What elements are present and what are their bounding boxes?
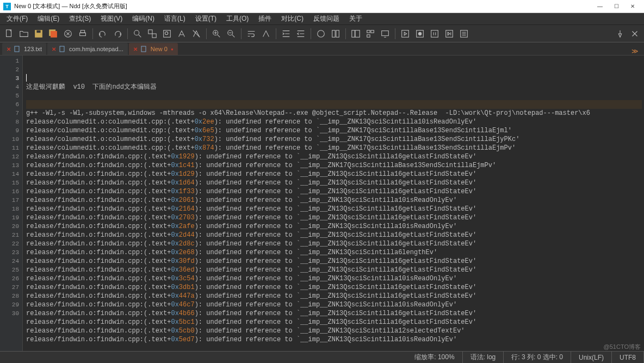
outdent-icon[interactable]	[294, 27, 308, 41]
run-icon[interactable]	[398, 27, 412, 41]
file-tree-icon[interactable]	[349, 27, 363, 41]
next-icon[interactable]	[442, 27, 456, 41]
function-list-icon[interactable]	[363, 27, 377, 41]
code-line[interactable]: release/columnedit.o:columnedit.cpp:(.te…	[26, 144, 642, 152]
print-icon[interactable]	[76, 27, 90, 41]
code-line[interactable]: release/findwin.o:findwin.cpp:(.text+0x3…	[26, 283, 642, 292]
zoom-out-icon[interactable]	[224, 27, 238, 41]
code-line[interactable]: release/findwin.o:findwin.cpp:(.text+0x2…	[26, 248, 642, 257]
code-line[interactable]: release/findwin.o:findwin.cpp:(.text+0x3…	[26, 274, 642, 283]
menu-item-8[interactable]: 插件	[254, 13, 276, 24]
code-line[interactable]: release/findwin.o:findwin.cpp:(.text+0x4…	[26, 292, 642, 300]
tab-label: 123.txt	[24, 46, 42, 52]
code-line[interactable]: release/findwin.o:findwin.cpp:(.text+0x1…	[26, 187, 642, 196]
code-line[interactable]: release/findwin.o:findwin.cpp:(.text+0x5…	[26, 318, 642, 327]
find-in-files-icon[interactable]	[160, 27, 174, 41]
code-line[interactable]: release/columnedit.o:columnedit.cpp:(.te…	[26, 135, 642, 144]
line-number: 30	[0, 309, 19, 318]
code-line[interactable]: release/findwin.o:findwin.cpp:(.text+0x4…	[26, 309, 642, 318]
word-wrap-icon[interactable]	[244, 27, 258, 41]
redo-icon[interactable]	[110, 27, 125, 41]
pin-icon[interactable]	[613, 27, 627, 41]
clear-mark-icon[interactable]	[189, 27, 203, 41]
svg-rect-17	[336, 30, 339, 37]
close-all-icon[interactable]	[628, 27, 642, 41]
code-line[interactable]: release/findwin.o:findwin.cpp:(.text+0x2…	[26, 222, 642, 231]
replace-icon[interactable]	[145, 27, 159, 41]
code-line[interactable]	[26, 91, 642, 100]
code-line[interactable]: 这是银河麒麟 v10 下面的ndd文本编辑器	[26, 83, 642, 91]
code-line[interactable]: release/findwin.o:findwin.cpp:(.text+0x4…	[26, 300, 642, 309]
menu-item-7[interactable]: 工具(O)	[222, 13, 253, 24]
menu-item-5[interactable]: 语言(L)	[160, 13, 190, 24]
svg-rect-4	[51, 31, 57, 37]
new-file-icon[interactable]	[2, 27, 16, 41]
close-button[interactable]: ✕	[624, 1, 641, 12]
code-line[interactable]: release/findwin.o:findwin.cpp:(.text+0x1…	[26, 179, 642, 187]
code-line[interactable]: release/findwin.o:findwin.cpp:(.text+0x2…	[26, 205, 642, 213]
code-line[interactable]: release/findwin.o:findwin.cpp:(.text+0x3…	[26, 257, 642, 266]
code-line[interactable]: release/findwin.o:findwin.cpp:(.text+0x3…	[26, 266, 642, 274]
status-zoom[interactable]: 缩放率: 100%	[407, 352, 462, 363]
status-encoding[interactable]: UTF8	[612, 352, 644, 363]
line-number-gutter: 1234567891011121314151617181920212223242…	[0, 56, 23, 351]
menu-item-10[interactable]: 反馈问题	[309, 13, 344, 24]
maximize-button[interactable]: ☐	[608, 1, 624, 12]
menu-item-9[interactable]: 对比(C)	[277, 13, 308, 24]
column-edit-icon[interactable]	[329, 27, 343, 41]
code-line[interactable]: release/findwin.o:findwin.cpp:(.text+0x5…	[26, 335, 642, 344]
file-tab-2[interactable]: ✕New 0●	[129, 43, 178, 55]
indent-icon[interactable]	[279, 27, 293, 41]
mark-icon[interactable]	[175, 27, 189, 41]
macros-icon[interactable]	[457, 27, 471, 41]
code-line[interactable]: g++ -Wl,-s -Wl,-subsystem,windows -mthre…	[26, 109, 642, 118]
find-icon[interactable]	[131, 27, 145, 41]
tab-label: New 0	[151, 46, 168, 52]
code-line[interactable]: release/findwin.o:findwin.cpp:(.text+0x2…	[26, 231, 642, 239]
monitor-icon[interactable]	[378, 27, 392, 41]
file-tab-1[interactable]: ✕com.hmja.notepad...	[47, 43, 128, 55]
menu-item-2[interactable]: 查找(S)	[65, 13, 95, 24]
code-line[interactable]: release/findwin.o:findwin.cpp:(.text+0x2…	[26, 213, 642, 222]
record-icon[interactable]	[413, 27, 427, 41]
status-syntax[interactable]: 语法: log	[463, 352, 504, 363]
code-line[interactable]: release/findwin.o:findwin.cpp:(.text+0x2…	[26, 196, 642, 205]
close-icon[interactable]	[61, 27, 75, 41]
svg-point-15	[318, 30, 325, 37]
file-tab-0[interactable]: ✕123.txt	[2, 43, 46, 55]
tab-overflow-icon[interactable]: ≫	[628, 47, 642, 55]
menu-item-4[interactable]: 编码(N)	[128, 13, 159, 24]
editor-area[interactable]: 1234567891011121314151617181920212223242…	[0, 56, 644, 351]
show-all-chars-icon[interactable]	[259, 27, 273, 41]
code-line[interactable]: release/columnedit.o:columnedit.cpp:(.te…	[26, 126, 642, 135]
menu-item-11[interactable]: 关于	[345, 13, 367, 24]
code-line[interactable]: release/findwin.o:findwin.cpp:(.text+0x2…	[26, 239, 642, 248]
code-line[interactable]: release/findwin.o:findwin.cpp:(.text+0x1…	[26, 161, 642, 170]
code-line[interactable]: release/findwin.o:findwin.cpp:(.text+0x5…	[26, 327, 642, 335]
save-icon[interactable]	[32, 27, 46, 41]
tab-close-icon[interactable]: ✕	[7, 46, 11, 52]
pause-icon[interactable]	[428, 27, 442, 41]
zoom-in-icon[interactable]	[209, 27, 224, 41]
menu-item-0[interactable]: 文件(F)	[2, 13, 32, 24]
tab-close-icon[interactable]: ✕	[52, 46, 56, 52]
line-number: 9	[0, 126, 19, 135]
code-line[interactable]	[26, 100, 642, 109]
status-eol[interactable]: Unix(LF)	[571, 352, 612, 363]
save-all-icon[interactable]	[46, 27, 60, 41]
line-number: 26	[0, 274, 19, 283]
line-number: 25	[0, 266, 19, 274]
code-content[interactable]: 这是银河麒麟 v10 下面的ndd文本编辑器g++ -Wl,-s -Wl,-su…	[23, 56, 644, 351]
code-line[interactable]: release/findwin.o:findwin.cpp:(.text+0x1…	[26, 152, 642, 161]
undo-icon[interactable]	[96, 27, 110, 41]
watermark-text: @51CTO博客	[604, 343, 641, 351]
open-folder-icon[interactable]	[17, 27, 31, 41]
menu-item-3[interactable]: 视图(V)	[96, 13, 127, 24]
code-line[interactable]: release/columnedit.o:columnedit.cpp:(.te…	[26, 118, 642, 126]
hex-icon[interactable]	[314, 27, 328, 41]
minimize-button[interactable]: —	[592, 1, 608, 12]
code-line[interactable]: release/findwin.o:findwin.cpp:(.text+0x1…	[26, 170, 642, 179]
menu-item-6[interactable]: 设置(T)	[191, 13, 221, 24]
tab-close-icon[interactable]: ✕	[133, 46, 138, 52]
menu-item-1[interactable]: 编辑(E)	[33, 13, 64, 24]
